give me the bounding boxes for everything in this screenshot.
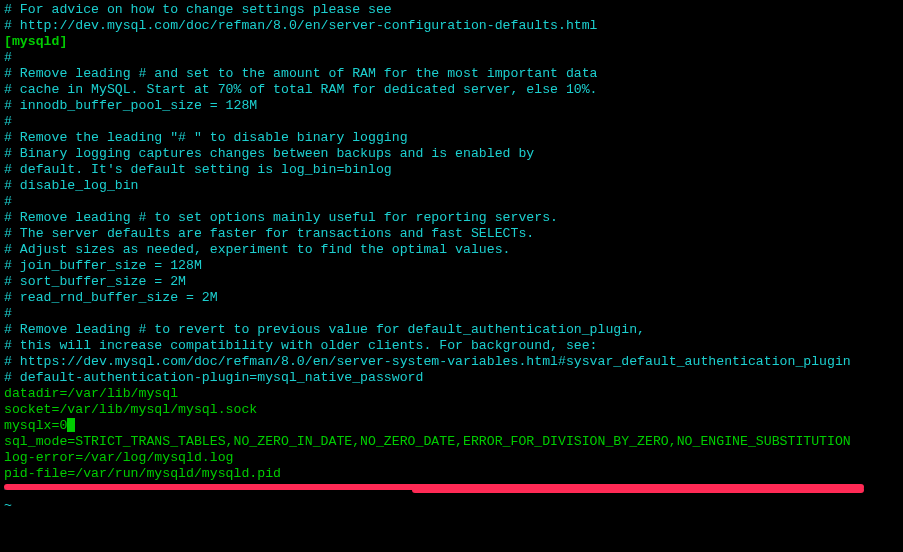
editor-line[interactable]: # Remove leading # to set options mainly… (4, 210, 899, 226)
editor-line[interactable]: # For advice on how to change settings p… (4, 2, 899, 18)
editor-line[interactable]: # (4, 114, 899, 130)
editor-line[interactable]: # Adjust sizes as needed, experiment to … (4, 242, 899, 258)
editor-line[interactable]: ~ (4, 498, 899, 514)
editor-line[interactable]: # The server defaults are faster for tra… (4, 226, 899, 242)
editor-line[interactable]: # innodb_buffer_pool_size = 128M (4, 98, 899, 114)
editor-line[interactable]: # http://dev.mysql.com/doc/refman/8.0/en… (4, 18, 899, 34)
editor-line[interactable]: datadir=/var/lib/mysql (4, 386, 899, 402)
terminal-editor[interactable]: # For advice on how to change settings p… (0, 0, 903, 516)
editor-line[interactable]: # default-authentication-plugin=mysql_na… (4, 370, 899, 386)
editor-line[interactable]: # cache in MySQL. Start at 70% of total … (4, 82, 899, 98)
editor-line[interactable]: # join_buffer_size = 128M (4, 258, 899, 274)
editor-line[interactable]: # this will increase compatibility with … (4, 338, 899, 354)
editor-line[interactable]: # Binary logging captures changes betwee… (4, 146, 899, 162)
editor-line[interactable]: mysqlx=0 (4, 418, 899, 434)
editor-line[interactable]: # read_rnd_buffer_size = 2M (4, 290, 899, 306)
editor-line[interactable]: sql_mode=STRICT_TRANS_TABLES,NO_ZERO_IN_… (4, 434, 899, 450)
editor-line[interactable]: # (4, 50, 899, 66)
editor-line[interactable]: socket=/var/lib/mysql/mysql.sock (4, 402, 899, 418)
editor-line[interactable]: [mysqld] (4, 34, 899, 50)
editor-line[interactable]: # Remove the leading "# " to disable bin… (4, 130, 899, 146)
editor-line[interactable]: log-error=/var/log/mysqld.log (4, 450, 899, 466)
text-cursor (67, 418, 75, 432)
editor-line[interactable]: # default. It's default setting is log_b… (4, 162, 899, 178)
editor-line[interactable]: # (4, 306, 899, 322)
editor-line[interactable]: # disable_log_bin (4, 178, 899, 194)
editor-line[interactable]: # https://dev.mysql.com/doc/refman/8.0/e… (4, 354, 899, 370)
editor-line[interactable]: # sort_buffer_size = 2M (4, 274, 899, 290)
red-underline-annotation (4, 484, 864, 490)
editor-line[interactable]: # Remove leading # to revert to previous… (4, 322, 899, 338)
editor-line[interactable]: pid-file=/var/run/mysqld/mysqld.pid (4, 466, 899, 482)
editor-line[interactable]: # Remove leading # and set to the amount… (4, 66, 899, 82)
editor-line[interactable]: # (4, 194, 899, 210)
